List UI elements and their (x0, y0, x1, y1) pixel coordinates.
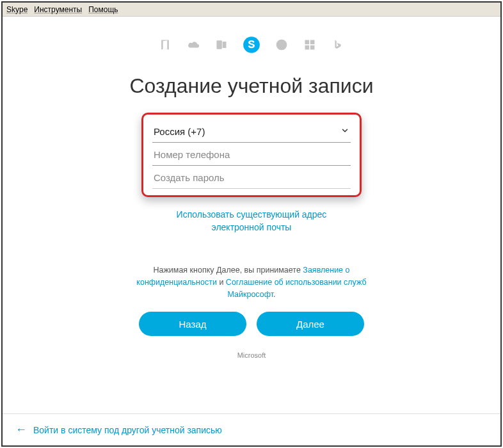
terms-suffix: . (273, 290, 275, 299)
switch-account-label: Войти в систему под другой учетной запис… (33, 425, 222, 435)
country-select[interactable]: Россия (+7) (152, 120, 351, 143)
next-button[interactable]: Далее (257, 312, 364, 336)
menu-instruments[interactable]: Инструменты (34, 5, 82, 14)
svg-point-2 (243, 36, 260, 53)
office-icon (158, 38, 172, 52)
app-window: Skype Инструменты Помощь (1, 1, 502, 447)
chevron-down-icon (340, 126, 349, 137)
phone-input[interactable] (154, 149, 349, 160)
menu-bar: Skype Инструменты Помощь (3, 3, 500, 17)
service-icons-row (158, 36, 345, 54)
svg-rect-4 (305, 40, 310, 45)
password-input[interactable] (154, 172, 349, 183)
page-title: Создание учетной записи (129, 73, 373, 99)
content-area: Создание учетной записи Россия (+7) Испо… (3, 17, 500, 413)
outlook-icon (214, 38, 228, 52)
back-button[interactable]: Назад (139, 312, 246, 336)
switch-account-link[interactable]: ← Войти в систему под другой учетной зап… (3, 413, 500, 445)
svg-rect-0 (217, 40, 222, 49)
terms-prefix: Нажимая кнопку Далее, вы принимаете (153, 266, 303, 275)
button-row: Назад Далее (139, 312, 364, 336)
phone-field-row (152, 143, 351, 166)
svg-rect-5 (310, 40, 315, 45)
footer-brand: Microsoft (237, 351, 266, 359)
use-email-link[interactable]: Использовать существующий адрес электрон… (149, 209, 354, 234)
menu-skype[interactable]: Skype (6, 5, 28, 14)
windows-icon (303, 38, 317, 52)
svg-rect-1 (223, 42, 227, 48)
signup-form: Россия (+7) (141, 113, 362, 197)
arrow-left-icon: ← (15, 423, 27, 436)
svg-rect-6 (305, 45, 310, 50)
svg-rect-7 (310, 45, 315, 50)
onedrive-icon (186, 38, 200, 52)
skype-icon (243, 36, 260, 54)
menu-help[interactable]: Помощь (88, 5, 118, 14)
password-field-row (152, 166, 351, 189)
bing-icon (331, 38, 345, 52)
xbox-icon (275, 38, 289, 52)
country-value: Россия (+7) (154, 126, 205, 137)
terms-text: Нажимая кнопку Далее, вы принимаете Заяв… (124, 264, 379, 300)
tos-link[interactable]: Соглашение об использовании служб Майкро… (226, 278, 367, 299)
terms-and: и (217, 278, 226, 287)
svg-point-3 (276, 40, 287, 51)
